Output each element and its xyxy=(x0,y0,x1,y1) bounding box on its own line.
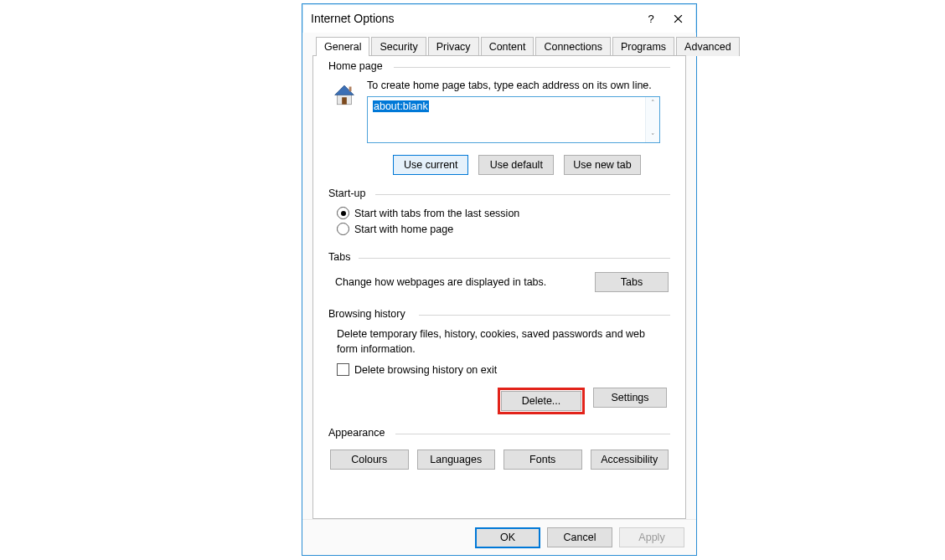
legend-tabs: Tabs xyxy=(328,251,354,263)
cancel-button[interactable]: Cancel xyxy=(547,527,612,547)
internet-options-dialog: Internet Options ? General Security Priv… xyxy=(302,3,697,556)
radio-last-session[interactable]: Start with tabs from the last session xyxy=(337,207,669,219)
browsing-history-text: Delete temporary files, history, cookies… xyxy=(337,327,667,357)
ok-button[interactable]: OK xyxy=(475,527,540,548)
accessibility-button[interactable]: Accessibility xyxy=(591,450,669,470)
dialog-button-row: OK Cancel Apply xyxy=(302,519,696,555)
delete-on-exit-checkbox-row[interactable]: Delete browsing history on exit xyxy=(337,363,669,376)
legend-startup: Start-up xyxy=(328,188,369,199)
tab-strip: General Security Privacy Content Connect… xyxy=(316,36,686,55)
legend-appearance: Appearance xyxy=(328,427,388,439)
delete-button-highlight: Delete... xyxy=(498,388,585,414)
use-default-button[interactable]: Use default xyxy=(478,155,554,175)
radio-icon xyxy=(337,223,349,235)
settings-button[interactable]: Settings xyxy=(593,388,667,408)
radio-home-page-label: Start with home page xyxy=(354,223,453,235)
close-button[interactable] xyxy=(664,8,691,28)
group-browsing-history: Browsing history Delete temporary files,… xyxy=(328,316,670,421)
svg-rect-3 xyxy=(349,87,352,92)
home-page-instruction: To create home page tabs, type each addr… xyxy=(367,80,669,91)
home-icon xyxy=(330,80,359,108)
svg-rect-2 xyxy=(342,97,347,105)
addr-scrollbar[interactable]: ˄ ˅ xyxy=(645,97,659,142)
tab-advanced[interactable]: Advanced xyxy=(676,37,740,56)
languages-button[interactable]: Languages xyxy=(417,450,496,470)
dialog-title: Internet Options xyxy=(311,12,638,25)
delete-on-exit-label: Delete browsing history on exit xyxy=(354,364,497,376)
home-page-value: about:blank xyxy=(373,100,429,112)
checkbox-icon xyxy=(337,363,349,376)
scroll-down-icon[interactable]: ˅ xyxy=(651,132,655,141)
use-current-button[interactable]: Use current xyxy=(393,155,468,175)
scroll-up-icon[interactable]: ˄ xyxy=(651,99,655,107)
tab-content[interactable]: Content xyxy=(481,37,534,56)
use-new-tab-button[interactable]: Use new tab xyxy=(564,155,640,175)
tabs-button[interactable]: Tabs xyxy=(595,272,669,292)
tab-security[interactable]: Security xyxy=(371,37,426,56)
tab-programs[interactable]: Programs xyxy=(612,37,674,56)
delete-button[interactable]: Delete... xyxy=(501,391,581,411)
tab-connections[interactable]: Connections xyxy=(535,37,611,56)
fonts-button[interactable]: Fonts xyxy=(503,450,582,470)
home-page-addresses[interactable]: about:blank ˄ ˅ xyxy=(367,96,660,143)
colours-button[interactable]: Colours xyxy=(330,450,409,470)
titlebar: Internet Options ? xyxy=(302,4,696,33)
help-button[interactable]: ? xyxy=(638,8,664,28)
client-area: General Security Privacy Content Connect… xyxy=(302,33,696,519)
group-tabs: Tabs Change how webpages are displayed i… xyxy=(328,259,670,299)
legend-home-page: Home page xyxy=(328,60,386,72)
radio-last-session-label: Start with tabs from the last session xyxy=(354,208,519,219)
group-appearance: Appearance Colours Languages Fonts Acces… xyxy=(328,434,670,476)
group-startup: Start-up Start with tabs from the last s… xyxy=(328,195,670,245)
group-home-page: Home page To create home page tabs, type… xyxy=(328,68,670,182)
tab-privacy[interactable]: Privacy xyxy=(428,37,479,56)
radio-home-page[interactable]: Start with home page xyxy=(337,223,669,235)
radio-icon xyxy=(337,207,349,219)
apply-button[interactable]: Apply xyxy=(619,527,684,547)
tabs-section-text: Change how webpages are displayed in tab… xyxy=(335,276,581,288)
tab-general[interactable]: General xyxy=(316,37,369,56)
tab-body: Home page To create home page tabs, type… xyxy=(312,55,686,519)
legend-browsing-history: Browsing history xyxy=(328,308,409,320)
